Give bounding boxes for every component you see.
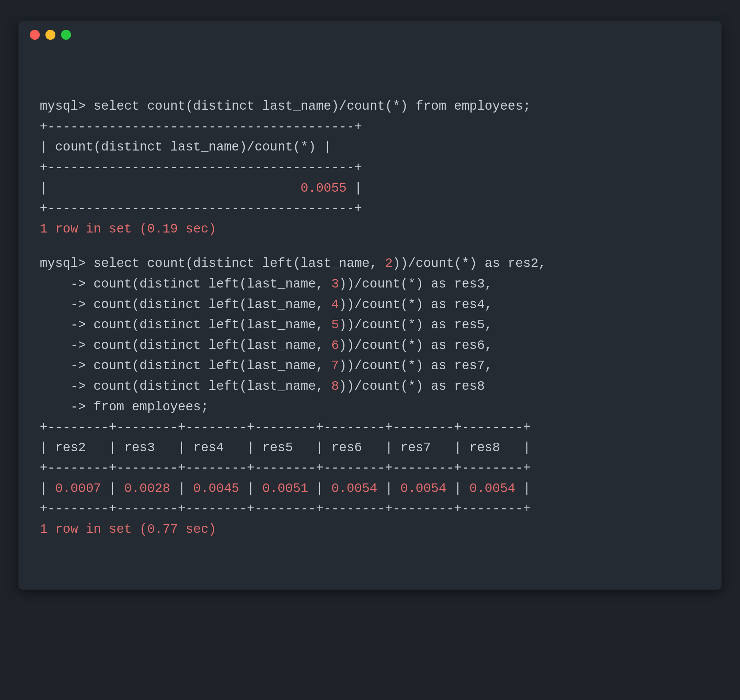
terminal-text: ))/count(*) as res7, [339,359,493,373]
terminal-text: 0.0054 [331,481,377,496]
terminal-line: +---------------------------------------… [40,199,700,219]
minimize-button-icon[interactable] [46,30,55,40]
terminal-text: 0.0028 [124,481,171,496]
terminal-text: +--------+--------+--------+--------+---… [40,501,531,516]
terminal-text: | [101,481,124,496]
terminal-text: | [377,481,400,496]
terminal-text: 1 row in set ( [40,222,147,237]
terminal-text: | [40,481,55,496]
terminal-text: | [308,481,331,496]
terminal-text: 6 [331,338,339,353]
terminal-text: mysql> select count(distinct last_name)/… [40,99,531,113]
terminal-line: 1 row in set (0.77 sec) [40,519,700,540]
terminal-line: -> count(distinct left(last_name, 7))/co… [40,356,700,376]
terminal-line: mysql> select count(distinct last_name)/… [40,96,700,117]
terminal-line: 1 row in set (0.19 sec) [40,219,700,240]
terminal-text: -> count(distinct left(last_name, [40,338,331,353]
terminal-line: | res2 | res3 | res4 | res5 | res6 | res… [40,438,700,458]
close-button-icon[interactable] [30,30,40,40]
terminal-text: | [515,481,531,496]
terminal-text: mysql> select count(distinct left(last_n… [40,256,385,271]
terminal-text: sec) [178,222,216,237]
terminal-text: ))/count(*) as res8 [339,379,485,394]
terminal-text: -> from employees; [40,400,209,414]
terminal-text: +---------------------------------------… [40,120,362,134]
terminal-text: 0.0051 [262,481,309,496]
terminal-block-1: mysql> select count(distinct last_name)/… [40,96,700,239]
terminal-line: -> count(distinct left(last_name, 8))/co… [40,376,700,397]
title-bar [18,21,722,48]
terminal-text: 0.77 [147,522,178,537]
terminal-text: 7 [331,359,339,373]
terminal-text: | [170,481,193,496]
terminal-text: | [239,481,262,496]
terminal-text: | count(distinct last_name)/count(*) | [40,140,331,154]
terminal-text: 0.0054 [469,481,516,496]
terminal-text: 1 row in set ( [40,522,147,537]
terminal-line: -> count(distinct left(last_name, 4))/co… [40,295,700,315]
terminal-text: | [347,181,362,196]
terminal-window: mysql> select count(distinct last_name)/… [18,21,722,590]
terminal-text: 2 [385,256,393,271]
terminal-text: +---------------------------------------… [40,201,362,216]
terminal-text: +---------------------------------------… [40,160,362,175]
terminal-text: 4 [331,297,339,312]
terminal-text: ))/count(*) as res4, [339,297,493,312]
terminal-line: mysql> select count(distinct left(last_n… [40,253,700,274]
terminal-text: 0.0054 [400,481,446,496]
terminal-line: +--------+--------+--------+--------+---… [40,499,700,519]
terminal-text: | [446,481,469,496]
terminal-line: +--------+--------+--------+--------+---… [40,417,700,438]
terminal-text: 0.0055 [301,181,347,196]
terminal-line: -> count(distinct left(last_name, 3))/co… [40,274,700,295]
terminal-text: -> count(distinct left(last_name, [40,318,331,332]
terminal-text: sec) [178,522,216,537]
terminal-line: +--------+--------+--------+--------+---… [40,458,700,478]
terminal-text: ))/count(*) as res6, [339,338,493,353]
terminal-text: 0.0045 [193,481,239,496]
terminal-text: ))/count(*) as res5, [339,318,493,332]
terminal-text: | res2 | res3 | res4 | res5 | res6 | res… [40,441,531,455]
terminal-text: +--------+--------+--------+--------+---… [40,461,531,475]
terminal-block-2: mysql> select count(distinct left(last_n… [40,253,700,540]
terminal-line: | 0.0055 | [40,178,700,199]
terminal-text: ))/count(*) as res2, [393,256,546,271]
terminal-text: -> count(distinct left(last_name, [40,359,331,373]
terminal-line: -> count(distinct left(last_name, 6))/co… [40,335,700,356]
terminal-line: -> count(distinct left(last_name, 5))/co… [40,315,700,335]
terminal-text: -> count(distinct left(last_name, [40,277,331,291]
terminal-text: -> count(distinct left(last_name, [40,379,331,394]
terminal-text: +--------+--------+--------+--------+---… [40,420,531,434]
terminal-text: | [40,181,301,196]
terminal-text: -> count(distinct left(last_name, [40,297,331,312]
maximize-button-icon[interactable] [61,30,71,40]
terminal-line: +---------------------------------------… [40,157,700,178]
terminal-text: ))/count(*) as res3, [339,277,493,291]
terminal-text: 0.19 [147,222,178,237]
terminal-text: 3 [331,277,339,291]
terminal-line: +---------------------------------------… [40,117,700,137]
terminal-line: | 0.0007 | 0.0028 | 0.0045 | 0.0051 | 0.… [40,478,700,499]
terminal-text: 5 [331,318,339,332]
terminal-text: 8 [331,379,339,394]
terminal-text: 0.0007 [55,481,101,496]
terminal-line: -> from employees; [40,397,700,418]
terminal-line: | count(distinct last_name)/count(*) | [40,137,700,157]
terminal-content: mysql> select count(distinct last_name)/… [18,48,722,568]
